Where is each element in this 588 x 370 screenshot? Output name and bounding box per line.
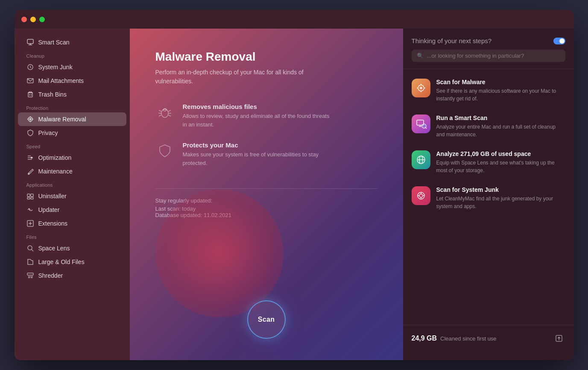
maintenance-icon [26, 167, 34, 175]
svg-line-34 [159, 110, 161, 112]
svg-point-26 [28, 246, 32, 250]
minimize-button[interactable] [30, 17, 36, 22]
section-label-speed: Speed [15, 140, 130, 151]
search-icon: 🔍 [417, 53, 424, 59]
panel-search-bar[interactable]: 🔍 ...or looking for something in particu… [412, 50, 565, 62]
sidebar-item-shredder[interactable]: Shredder [18, 269, 126, 282]
sidebar-item-system-junk[interactable]: System Junk [18, 60, 126, 74]
malware-icon [26, 115, 34, 123]
feature-protects-text: Protects your Mac Makes sure your system… [183, 141, 332, 167]
feature-list: Removes malicious files Allows to review… [155, 103, 377, 167]
panel-item-smart-scan[interactable]: Run a Smart Scan Analyze your entire Mac… [403, 109, 574, 144]
update-info: Stay regularly updated: Last scan: today… [155, 197, 377, 218]
svg-line-36 [159, 115, 161, 116]
sidebar-item-trash-bins[interactable]: Trash Bins [18, 88, 126, 101]
scan-button[interactable]: Scan [247, 300, 286, 339]
panel-item-junk-desc: Let CleanMyMac find all the junk generat… [436, 195, 565, 210]
svg-line-30 [29, 276, 30, 278]
svg-rect-21 [27, 197, 30, 199]
svg-line-32 [32, 276, 32, 278]
search-placeholder: ...or looking for something in particula… [427, 53, 524, 59]
share-button[interactable] [553, 332, 565, 345]
page-subtitle: Perform an in-depth checkup of your Mac … [155, 68, 326, 86]
privacy-icon [26, 129, 34, 137]
svg-rect-20 [31, 194, 33, 197]
last-scan-text: Last scan: today [155, 206, 377, 212]
sidebar-item-malware-removal[interactable]: Malware Removal [18, 112, 126, 126]
panel-item-smart-content: Run a Smart Scan Analyze your entire Mac… [436, 115, 565, 138]
sidebar-item-large-old-files[interactable]: Large & Old Files [18, 255, 126, 269]
panel-item-scan-malware[interactable]: Scan for Malware See if there is any mal… [403, 73, 574, 109]
updater-icon [26, 206, 34, 214]
smart-scan-panel-icon [412, 115, 430, 133]
feature-protects-title: Protects your Mac [183, 141, 332, 149]
svg-rect-28 [27, 273, 33, 275]
optimization-icon [26, 154, 34, 162]
panel-item-smart-title: Run a Smart Scan [436, 115, 565, 121]
maximize-button[interactable] [39, 17, 45, 22]
page-title: Malware Removal [155, 50, 377, 64]
feature-removes-title: Removes malicious files [183, 103, 332, 110]
bug-icon [155, 103, 174, 122]
svg-point-42 [420, 87, 422, 89]
shield-icon [155, 141, 174, 160]
smart-scan-icon [26, 38, 34, 46]
svg-line-27 [32, 250, 33, 251]
extensions-label: Extensions [38, 220, 67, 227]
svg-line-51 [425, 127, 427, 129]
svg-point-13 [29, 118, 31, 120]
sidebar-item-privacy[interactable]: Privacy [18, 126, 126, 140]
space-lens-icon [26, 244, 34, 252]
panel-item-malware-content: Scan for Malware See if there is any mal… [436, 79, 565, 103]
database-updated-text: Database updated: 11.02.2021 [155, 212, 377, 218]
section-label-cleanup: Cleanup [15, 49, 130, 60]
malware-removal-label: Malware Removal [38, 116, 86, 123]
trash-icon [26, 91, 34, 98]
large-files-icon [26, 258, 34, 266]
panel-item-analyze-space[interactable]: Analyze 271,09 GB of used space Equip wi… [403, 144, 574, 180]
panel-title-row: Thinking of your next steps? [412, 37, 565, 44]
sidebar-item-optimization[interactable]: Optimization [18, 151, 126, 164]
privacy-label: Privacy [38, 129, 58, 136]
svg-point-33 [161, 109, 168, 117]
panel-item-space-content: Analyze 271,09 GB of used space Equip wi… [436, 150, 565, 174]
sidebar-item-space-lens[interactable]: Space Lens [18, 241, 126, 255]
svg-line-39 [168, 115, 171, 116]
mail-icon [26, 77, 34, 85]
panel-item-space-title: Analyze 271,09 GB of used space [436, 150, 565, 157]
panel-footer: 24,9 GB Cleaned since first use [403, 325, 574, 352]
sidebar-item-updater[interactable]: Updater [18, 203, 126, 217]
feature-protects-mac: Protects your Mac Makes sure your system… [155, 141, 377, 167]
panel-item-system-junk[interactable]: Scan for System Junk Let CleanMyMac find… [403, 180, 574, 216]
close-button[interactable] [21, 17, 27, 22]
system-junk-label: System Junk [38, 64, 73, 70]
sidebar-smart-scan-label: Smart Scan [38, 39, 70, 46]
cleaned-label: Cleaned since first use [440, 335, 497, 342]
svg-rect-19 [27, 194, 30, 197]
extensions-icon [26, 220, 34, 227]
svg-point-17 [31, 157, 32, 159]
panel-dot-inner [559, 38, 565, 44]
svg-rect-22 [31, 197, 33, 199]
window-body: Smart Scan Cleanup System Junk [15, 29, 574, 360]
svg-point-56 [419, 194, 423, 197]
panel-header: Thinking of your next steps? 🔍 ...or loo… [403, 37, 574, 69]
uninstaller-icon [26, 192, 34, 200]
updater-label: Updater [38, 206, 60, 213]
sidebar-item-maintenance[interactable]: Maintenance [18, 164, 126, 178]
panel-item-junk-content: Scan for System Junk Let CleanMyMac find… [436, 186, 565, 210]
right-panel: Thinking of your next steps? 🔍 ...or loo… [403, 29, 574, 360]
scan-button-wrapper: Scan [247, 300, 286, 339]
feature-removes-desc: Allows to review, study and eliminate al… [183, 112, 332, 129]
sidebar-item-extensions[interactable]: Extensions [18, 217, 126, 230]
sidebar-item-mail-attachments[interactable]: Mail Attachments [18, 74, 126, 88]
system-junk-icon [26, 63, 34, 71]
stay-updated-heading: Stay regularly updated: [155, 197, 377, 204]
svg-rect-0 [27, 39, 33, 44]
shredder-icon [26, 272, 34, 279]
panel-item-malware-desc: See if there is any malicious software o… [436, 87, 565, 103]
panel-toggle[interactable] [553, 38, 565, 44]
sidebar-item-uninstaller[interactable]: Uninstaller [18, 189, 126, 203]
sidebar-item-smart-scan[interactable]: Smart Scan [18, 35, 126, 49]
svg-rect-5 [28, 93, 32, 97]
